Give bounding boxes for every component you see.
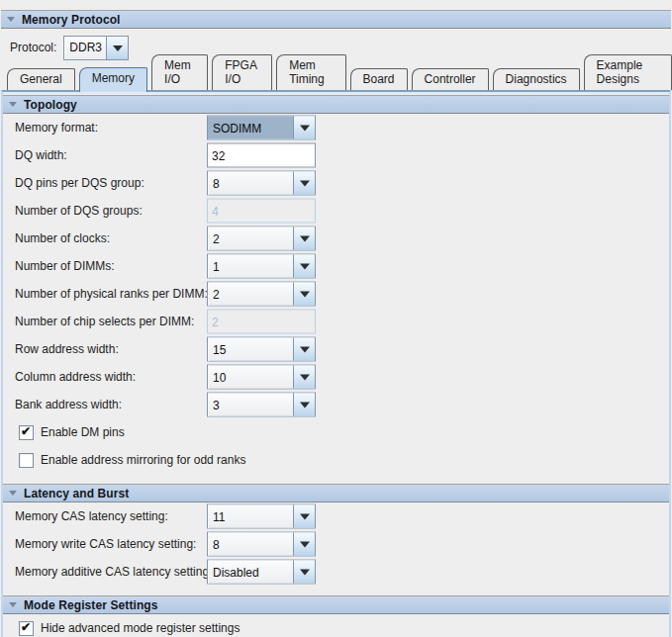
tab-label: Board (363, 72, 395, 86)
collapse-triangle-icon[interactable] (9, 491, 17, 496)
combo-value[interactable]: SODIMM (208, 117, 293, 139)
caret-down-icon (113, 46, 123, 51)
field-row-number-of-chip-selects-per-dimm: Number of chip selects per DIMM: (3, 308, 669, 335)
caret-down-icon (300, 292, 310, 298)
combo-value[interactable]: 3 (208, 394, 293, 416)
field-label: DQ width: (15, 148, 67, 162)
combo-number-of-clocks[interactable]: 2 (207, 227, 316, 251)
combo-arrow-button[interactable] (293, 283, 315, 306)
combo-arrow-button[interactable] (293, 117, 315, 139)
latency-section-header[interactable]: Latency and Burst (3, 484, 669, 502)
combo-memory-format[interactable]: SODIMM (207, 116, 316, 140)
combo-memory-cas-latency-setting[interactable]: 11 (207, 504, 316, 529)
field-row-memory-format: Memory format: SODIMM (3, 114, 669, 141)
caret-down-icon (300, 264, 310, 270)
combo-value[interactable]: 8 (208, 533, 293, 556)
combo-arrow-button[interactable] (293, 255, 315, 278)
field-row-number-of-dimms: Number of DIMMs: 1 (3, 252, 669, 280)
field-label: Number of chip selects per DIMM: (15, 315, 194, 328)
check-icon: ✔ (21, 424, 31, 438)
field-row-row-address-width: Row address width: 15 (3, 335, 669, 363)
combo-memory-additive-cas-latency-setting[interactable]: Disabled (207, 560, 316, 585)
memory-protocol-section-header[interactable]: Memory Protocol (1, 10, 671, 29)
collapse-triangle-icon[interactable] (9, 602, 17, 607)
field-row-dq-pins-per-dqs-group: DQ pins per DQS group: 8 (3, 169, 669, 197)
combo-row-address-width[interactable]: 15 (207, 337, 316, 362)
combo-value[interactable]: 1 (208, 255, 293, 278)
field-label: Number of clocks: (15, 231, 110, 245)
combo-arrow-button[interactable] (293, 366, 315, 389)
combo-arrow-button[interactable] (293, 228, 315, 250)
field-row-dq-width: DQ width: (3, 141, 669, 169)
topology-fields: Memory format: SODIMM DQ width: DQ pins … (3, 114, 669, 418)
combo-value[interactable]: 10 (208, 366, 293, 389)
combo-value[interactable]: 15 (208, 338, 293, 361)
caret-down-icon (300, 181, 310, 187)
tab-mem-i-o[interactable]: Mem I/O (151, 54, 208, 90)
combo-arrow-button[interactable] (293, 394, 315, 416)
mode-register-section-header[interactable]: Mode Register Settings (3, 595, 669, 614)
field-label: Memory format: (15, 121, 98, 135)
field-row-number-of-physical-ranks-per-dimm: Number of physical ranks per DIMM: 2 (3, 280, 669, 308)
checkbox-row-enable-address-mirroring-for-odd-ranks: ✔ Enable address mirroring for odd ranks (3, 446, 669, 474)
combo-memory-write-cas-latency-setting[interactable]: 8 (207, 532, 316, 557)
combo-arrow-button[interactable] (293, 505, 315, 528)
tab-label: Mem Timing (289, 58, 325, 86)
caret-down-icon (300, 514, 310, 520)
check-icon: ✔ (21, 620, 31, 634)
caret-down-icon (300, 126, 310, 132)
combo-dq-pins-per-dqs-group[interactable]: 8 (207, 171, 316, 196)
combo-value[interactable]: 8 (208, 172, 293, 195)
mode-register-checkboxes: ✔ Hide advanced mode register settings (3, 614, 669, 637)
combo-number-of-physical-ranks-per-dimm[interactable]: 2 (207, 282, 316, 307)
field-label: Number of physical ranks per DIMM: (15, 287, 208, 301)
topology-section-header[interactable]: Topology (3, 95, 669, 114)
collapse-triangle-icon[interactable] (9, 102, 17, 107)
protocol-combo-value[interactable]: DDR3 (64, 37, 106, 59)
combo-number-of-dimms[interactable]: 1 (207, 254, 316, 279)
checkbox-box[interactable]: ✔ (19, 621, 34, 636)
combo-value[interactable]: Disabled (208, 561, 293, 584)
combo-arrow-button[interactable] (293, 533, 315, 556)
tab-general[interactable]: General (7, 68, 75, 90)
caret-down-icon (300, 570, 310, 576)
protocol-combo[interactable]: DDR3 (63, 36, 129, 60)
caret-down-icon (300, 403, 310, 409)
field-label: Bank address width: (15, 398, 122, 411)
field-row-number-of-clocks: Number of clocks: 2 (3, 225, 669, 252)
field-label: Number of DQS groups: (15, 204, 143, 218)
combo-arrow-button[interactable] (293, 338, 315, 361)
field-row-column-address-width: Column address width: 10 (3, 363, 669, 391)
checkbox-box[interactable]: ✔ (19, 453, 34, 468)
combo-column-address-width[interactable]: 10 (207, 365, 316, 390)
tab-diagnostics[interactable]: Diagnostics (493, 68, 580, 90)
combo-arrow-button[interactable] (293, 172, 315, 195)
topology-checkboxes: ✔ Enable DM pins ✔ Enable address mirror… (3, 418, 669, 474)
section-title: Topology (24, 98, 77, 112)
collapse-triangle-icon[interactable] (7, 17, 15, 22)
tab-controller[interactable]: Controller (412, 68, 489, 90)
combo-arrow-button[interactable] (293, 561, 315, 584)
checkbox-label: Enable DM pins (41, 425, 125, 439)
combo-value[interactable]: 2 (208, 228, 293, 250)
field-row-number-of-dqs-groups: Number of DQS groups: (3, 197, 669, 225)
field-label: DQ pins per DQS group: (15, 176, 144, 190)
combo-bank-address-width[interactable]: 3 (207, 393, 316, 417)
tab-board[interactable]: Board (350, 68, 408, 90)
section-title: Memory Protocol (22, 13, 121, 27)
tab-mem-timing[interactable]: Mem Timing (276, 54, 345, 90)
tab-fpga-i-o[interactable]: FPGA I/O (212, 54, 272, 90)
combo-arrow-button[interactable] (106, 37, 128, 59)
tab-bar: GeneralMemoryMem I/OFPGA I/OMem TimingBo… (7, 66, 672, 90)
field-label: Number of DIMMs: (15, 259, 115, 273)
tab-label: Diagnostics (506, 72, 567, 86)
field-row-memory-cas-latency-setting: Memory CAS latency setting: 11 (3, 502, 669, 530)
field-label: Memory write CAS latency setting: (15, 537, 196, 551)
combo-value[interactable]: 11 (208, 505, 293, 528)
combo-value[interactable]: 2 (208, 283, 293, 306)
checkbox-box[interactable]: ✔ (19, 425, 34, 440)
input-dq-width[interactable] (207, 143, 316, 168)
tab-example-designs[interactable]: Example Designs (584, 54, 672, 90)
section-title: Latency and Burst (24, 487, 129, 500)
tab-memory[interactable]: Memory (79, 67, 147, 92)
